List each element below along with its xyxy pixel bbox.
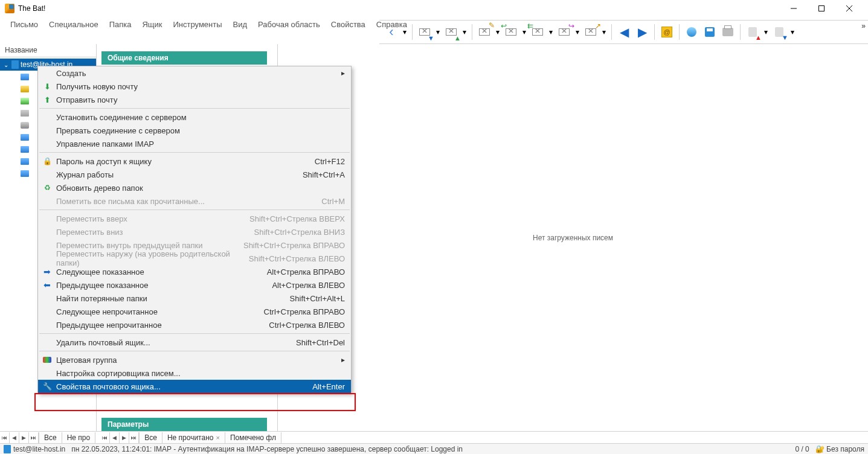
reply-all-dropdown[interactable]: ▾: [547, 28, 555, 36]
menu-item-label: Предыдущее непрочитанное: [54, 321, 269, 330]
receive-mail-icon[interactable]: ▼: [416, 24, 433, 40]
tab-flagged[interactable]: Помечено фл: [225, 432, 281, 443]
menu-item-label: Следующее показанное: [54, 267, 267, 277]
tab-last-icon[interactable]: ⏭: [29, 432, 39, 443]
menu-item-label: Удалить почтовый ящик...: [54, 338, 296, 347]
save-disk-icon[interactable]: [701, 24, 718, 40]
menu-item[interactable]: ⬆Отправить почту: [38, 93, 351, 106]
tab-first-icon[interactable]: ⏮: [0, 432, 10, 443]
maximize-button[interactable]: [808, 0, 835, 17]
toolbar-separator: [679, 24, 680, 40]
menu-item[interactable]: Прервать соединение с сервером: [38, 124, 351, 137]
print-icon[interactable]: [719, 24, 736, 40]
empty-message-text: Нет загруженных писем: [533, 234, 613, 242]
menu-item-label: Цветовая группа: [54, 356, 338, 365]
close-button[interactable]: [835, 0, 863, 17]
menu-item-icon: ⬆: [40, 95, 54, 104]
tree-header[interactable]: Название: [0, 44, 96, 57]
menu-item-shortcut: Alt+Стрелка ВПРАВО: [267, 267, 345, 277]
junk-up-icon[interactable]: ▲: [744, 24, 761, 40]
menu-item[interactable]: Цветовая группа▸: [38, 353, 351, 366]
menu-view[interactable]: Вид: [228, 18, 253, 31]
junk-down-icon[interactable]: ▼: [771, 24, 788, 40]
menu-item: Пометить все письма как прочитанные...Ct…: [38, 194, 351, 208]
menu-item-icon: 🔧: [40, 382, 54, 391]
tab-next-icon[interactable]: ▶: [19, 432, 29, 443]
tab-unread[interactable]: Не про: [62, 432, 96, 443]
junk-dropdown[interactable]: ▾: [762, 28, 770, 36]
tab-all[interactable]: Все: [39, 432, 62, 443]
tab-first-icon[interactable]: ⏮: [100, 432, 110, 443]
tab-unread-2[interactable]: Не прочитано×: [162, 432, 225, 443]
menu-item[interactable]: ⬅Предыдущее показанноеAlt+Стрелка ВЛЕВО: [38, 278, 351, 292]
menu-item[interactable]: 🔧Свойства почтового ящика...Alt+Enter: [38, 380, 351, 393]
tab-prev-icon[interactable]: ◀: [10, 432, 19, 443]
send-dropdown[interactable]: ▾: [461, 28, 468, 36]
forward-icon[interactable]: ↪: [556, 24, 573, 40]
minimize-button[interactable]: [780, 0, 808, 17]
menu-item[interactable]: Настройка сортировщика писем...: [38, 366, 351, 380]
toolbar: ‹ ▾ ▼ ▾ ▲ ▾ ✎ ▾ ↩ ▾ ⇇ ▾ ↪ ▾ ↗ ▾ ◀ ▶ @ ▲ …: [379, 20, 868, 44]
menu-item[interactable]: Управление папками IMAP: [38, 137, 351, 150]
send-mail-icon[interactable]: ▲: [443, 24, 460, 40]
menu-item[interactable]: ➡Следующее показанноеAlt+Стрелка ВПРАВО: [38, 265, 351, 278]
menu-item-icon: 🔒: [40, 157, 54, 165]
forward-dropdown[interactable]: ▾: [574, 28, 581, 36]
menu-mailbox[interactable]: Ящик: [137, 18, 167, 31]
menu-item[interactable]: Журнал работыShift+Ctrl+A: [38, 168, 351, 181]
close-tab-icon[interactable]: ×: [216, 434, 219, 441]
menu-item-icon: ♻: [40, 184, 54, 192]
menu-item-label: Отправить почту: [54, 95, 345, 104]
menu-item[interactable]: 🔒Пароль на доступ к ящикуCtrl+F12: [38, 155, 351, 168]
redirect-dropdown[interactable]: ▾: [600, 28, 608, 36]
menu-item[interactable]: Создать▸: [38, 66, 351, 80]
toolbar-overflow-icon[interactable]: »: [861, 22, 866, 30]
menu-item[interactable]: Предыдущее непрочитанноеCtrl+Стрелка ВЛЕ…: [38, 318, 351, 331]
menu-item[interactable]: Удалить почтовый ящик...Shift+Ctrl+Del: [38, 336, 351, 349]
menu-tools[interactable]: Инструменты: [168, 18, 228, 31]
next-arrow-icon[interactable]: ▶: [634, 24, 651, 40]
nav-back-icon[interactable]: ‹: [383, 24, 400, 40]
menu-item-label: Пароль на доступ к ящику: [54, 157, 315, 166]
tab-next-icon[interactable]: ▶: [120, 432, 129, 443]
tab-general-info[interactable]: Общие сведения: [101, 51, 267, 65]
sent-icon: [21, 98, 29, 104]
menu-item-label: Обновить дерево папок: [54, 184, 345, 193]
submenu-arrow-icon: ▸: [338, 69, 345, 77]
redirect-icon[interactable]: ↗: [582, 24, 599, 40]
menu-item[interactable]: ⬇Получить новую почту: [38, 80, 351, 93]
menu-folder[interactable]: Папка: [104, 18, 137, 31]
tab-prev-icon[interactable]: ◀: [110, 432, 120, 443]
menu-letter[interactable]: Письмо: [5, 18, 43, 31]
compose-icon[interactable]: ✎: [476, 24, 493, 40]
tab-parameters[interactable]: Параметры: [101, 418, 267, 431]
toolbar-separator: [611, 24, 612, 40]
menu-item-shortcut: Alt+Стрелка ВЛЕВО: [272, 281, 345, 290]
junk2-dropdown[interactable]: ▾: [789, 28, 796, 36]
menu-workspace[interactable]: Рабочая область: [252, 18, 326, 31]
prev-arrow-icon[interactable]: ◀: [616, 24, 632, 40]
app-icon: [5, 4, 14, 13]
menu-separator: [39, 333, 350, 334]
reply-icon[interactable]: ↩: [503, 24, 519, 40]
status-account-text: test@lite-host.in: [13, 445, 65, 453]
menu-item[interactable]: Следующее непрочитанноеCtrl+Стрелка ВПРА…: [38, 305, 351, 318]
address-book-icon[interactable]: @: [658, 24, 675, 40]
collapse-icon[interactable]: ⌄: [2, 62, 10, 68]
menu-properties[interactable]: Свойства: [326, 18, 371, 31]
menu-item[interactable]: ♻Обновить дерево папок: [38, 181, 351, 194]
menu-special[interactable]: Специальное: [43, 18, 104, 31]
menu-item[interactable]: Найти потерянные папкиShift+Ctrl+Alt+L: [38, 292, 351, 305]
globe-icon[interactable]: [683, 24, 700, 40]
menu-item-label: Предыдущее показанное: [54, 281, 272, 290]
nav-back-dropdown[interactable]: ▾: [401, 28, 408, 36]
reply-all-icon[interactable]: ⇇: [529, 24, 546, 40]
window-controls: [780, 0, 863, 17]
menu-item[interactable]: Установить соединение с сервером: [38, 110, 351, 124]
submenu-arrow-icon: ▸: [338, 356, 345, 364]
receive-dropdown[interactable]: ▾: [434, 28, 442, 36]
status-password: 🔐 Без пароля: [815, 445, 864, 453]
tab-last-icon[interactable]: ⏭: [129, 432, 139, 443]
tab-all-2[interactable]: Все: [140, 432, 162, 443]
menu-item-label: Найти потерянные папки: [54, 294, 290, 303]
